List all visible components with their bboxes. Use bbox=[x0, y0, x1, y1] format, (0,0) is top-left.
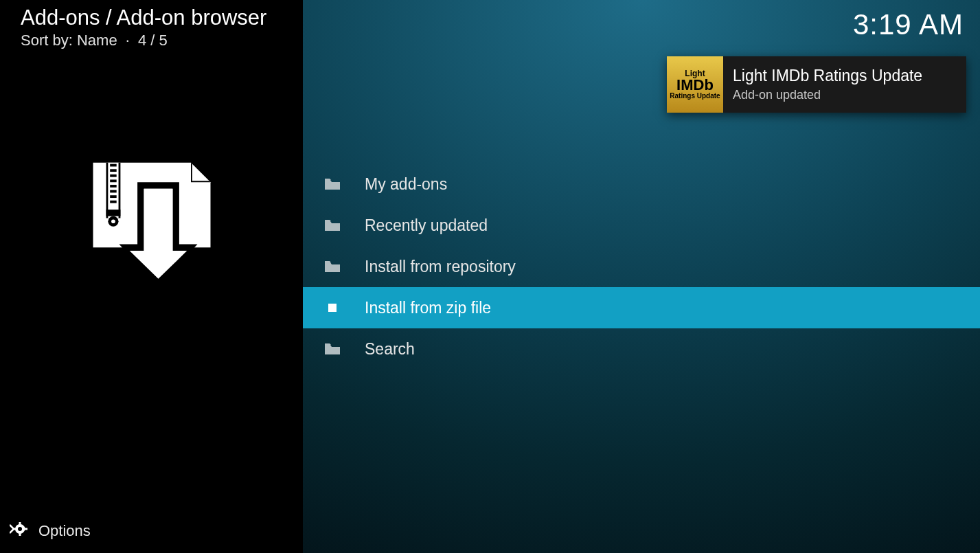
folder-icon bbox=[323, 218, 341, 232]
list-position: 4 / 5 bbox=[138, 32, 168, 49]
app-root: Add-ons / Add-on browser Sort by: Name ·… bbox=[0, 0, 980, 553]
install-zip-icon bbox=[0, 156, 303, 293]
menu-list: My add-onsRecently updatedInstall from r… bbox=[303, 163, 980, 370]
svg-rect-3 bbox=[110, 169, 117, 172]
sidebar-header: Add-ons / Add-on browser Sort by: Name ·… bbox=[0, 0, 303, 49]
notification-title: Light IMDb Ratings Update bbox=[733, 67, 922, 85]
folder-icon bbox=[323, 260, 341, 273]
svg-rect-8 bbox=[110, 195, 117, 198]
svg-rect-5 bbox=[110, 179, 117, 182]
svg-rect-19 bbox=[328, 304, 337, 312]
menu-item-label: Install from repository bbox=[365, 258, 516, 276]
svg-rect-9 bbox=[110, 201, 117, 203]
svg-point-14 bbox=[18, 527, 22, 531]
menu-item[interactable]: Search bbox=[303, 328, 980, 370]
svg-point-12 bbox=[111, 219, 115, 223]
menu-item-label: Search bbox=[365, 340, 415, 359]
notification-body: Light IMDb Ratings Update Add-on updated bbox=[723, 63, 932, 106]
sort-label: Sort by: bbox=[21, 32, 73, 49]
svg-rect-6 bbox=[110, 185, 117, 188]
sidebar-footer: Options bbox=[0, 509, 303, 553]
menu-item[interactable]: Install from repository bbox=[303, 246, 980, 287]
toast-icon-line2: IMDb bbox=[676, 78, 714, 93]
main-panel: 3:19 AM Light IMDb Ratings Update Light … bbox=[303, 0, 980, 553]
notification-subtitle: Add-on updated bbox=[733, 88, 922, 102]
toast-icon-line3: Ratings Update bbox=[670, 93, 720, 100]
sort-line: Sort by: Name · 4 / 5 bbox=[21, 32, 282, 49]
svg-rect-10 bbox=[106, 210, 120, 216]
notification-toast[interactable]: Light IMDb Ratings Update Light IMDb Rat… bbox=[667, 56, 966, 113]
notification-icon: Light IMDb Ratings Update bbox=[667, 56, 723, 113]
svg-rect-17 bbox=[12, 528, 16, 530]
menu-item[interactable]: My add-ons bbox=[303, 163, 980, 205]
menu-item[interactable]: Install from zip file bbox=[303, 287, 980, 328]
svg-rect-2 bbox=[110, 164, 117, 167]
folder-icon bbox=[323, 342, 341, 356]
svg-rect-7 bbox=[110, 190, 117, 193]
svg-rect-18 bbox=[24, 528, 27, 530]
sort-value: Name bbox=[77, 32, 117, 49]
options-icon[interactable] bbox=[10, 521, 27, 541]
menu-item[interactable]: Recently updated bbox=[303, 205, 980, 246]
folder-icon bbox=[323, 177, 341, 191]
menu-item-label: Install from zip file bbox=[365, 299, 491, 317]
breadcrumb: Add-ons / Add-on browser bbox=[21, 5, 282, 30]
options-label[interactable]: Options bbox=[38, 522, 91, 540]
menu-item-label: My add-ons bbox=[365, 175, 447, 194]
svg-rect-16 bbox=[19, 532, 21, 536]
file-icon bbox=[323, 301, 341, 315]
separator-dot: · bbox=[126, 32, 130, 49]
sidebar: Add-ons / Add-on browser Sort by: Name ·… bbox=[0, 0, 303, 553]
menu-item-label: Recently updated bbox=[365, 216, 488, 235]
svg-rect-4 bbox=[110, 174, 117, 177]
clock: 3:19 AM bbox=[853, 8, 964, 41]
svg-rect-15 bbox=[19, 522, 21, 526]
